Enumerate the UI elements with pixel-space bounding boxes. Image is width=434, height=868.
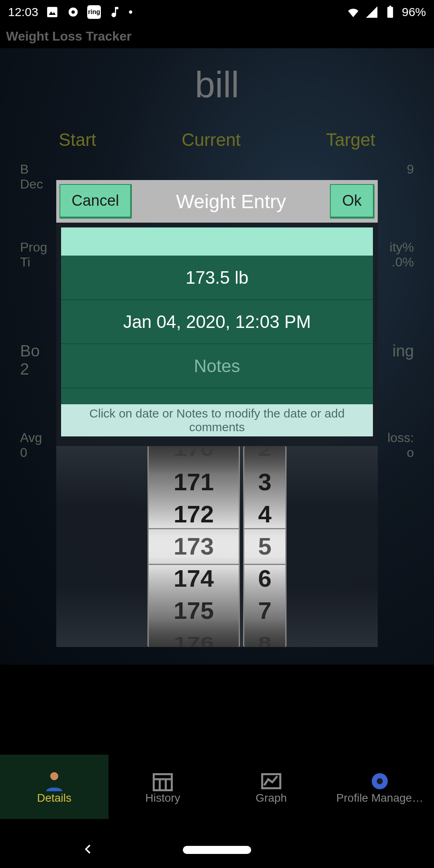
- chart-icon: [259, 769, 283, 789]
- wheel-item: 176: [174, 632, 214, 647]
- wifi-icon: [346, 5, 360, 19]
- datetime-row[interactable]: Jan 04, 2020, 12:03 PM: [61, 300, 373, 344]
- wheel-item-selected: 5: [258, 530, 271, 563]
- nav-back-button[interactable]: [82, 843, 94, 857]
- battery-percent: 96%: [402, 5, 426, 19]
- calendar-icon: [151, 769, 175, 789]
- dialog-header: Cancel Weight Entry Ok: [56, 180, 378, 223]
- status-bar-left: 12:03 ring: [8, 5, 132, 19]
- wheel-item: 170: [174, 446, 214, 461]
- person-icon: [42, 769, 66, 789]
- wheel-item: 8: [258, 632, 271, 647]
- weight-picker-area: 170 171 172 173 174 175 176 2 3 4 5 6 7 …: [56, 446, 378, 647]
- svg-rect-5: [389, 6, 391, 7]
- ok-button[interactable]: Ok: [330, 184, 375, 219]
- notes-row[interactable]: Notes: [61, 344, 373, 388]
- status-bar-right: 96%: [346, 5, 426, 19]
- gear-blue-icon: [368, 769, 392, 789]
- wheel-item: 7: [258, 595, 271, 627]
- wheel-item: 175: [174, 595, 214, 627]
- wheel-item-selected: 173: [174, 530, 214, 563]
- nav-home-pill[interactable]: [183, 846, 251, 854]
- svg-point-13: [377, 778, 383, 784]
- tab-label: Graph: [256, 792, 287, 805]
- wheel-item: 172: [174, 498, 214, 530]
- tab-details[interactable]: Details: [0, 755, 108, 819]
- system-nav-bar: [0, 832, 434, 868]
- svg-rect-0: [47, 7, 57, 17]
- wheel-item: 2: [258, 446, 271, 461]
- svg-rect-7: [154, 774, 172, 790]
- weight-decimal-wheel[interactable]: 2 3 4 5 6 7 8: [243, 446, 287, 647]
- bottom-tab-bar: Details History Graph Profile Manage…: [0, 755, 434, 819]
- dialog-body: 173.5 lb Jan 04, 2020, 12:03 PM Notes Cl…: [56, 223, 378, 441]
- tab-label: Details: [37, 792, 72, 805]
- status-bar: 12:03 ring 96%: [0, 0, 434, 24]
- summary-spacer-top: [61, 227, 373, 256]
- notification-dot-icon: [129, 10, 132, 14]
- wheel-item: 174: [174, 563, 214, 595]
- gear-icon: [66, 5, 80, 19]
- weight-integer-wheel[interactable]: 170 171 172 173 174 175 176: [147, 446, 240, 647]
- tab-history[interactable]: History: [108, 755, 217, 819]
- svg-point-6: [50, 772, 58, 780]
- tab-graph[interactable]: Graph: [217, 755, 326, 819]
- dialog-title: Weight Entry: [136, 190, 326, 213]
- photos-icon: [45, 5, 59, 19]
- svg-point-3: [72, 10, 75, 14]
- tab-profile-manage[interactable]: Profile Manage…: [326, 755, 434, 819]
- wheel-item: 3: [258, 466, 271, 498]
- tab-label: History: [145, 792, 180, 805]
- tab-label: Profile Manage…: [336, 792, 423, 805]
- ring-app-icon: ring: [87, 5, 101, 19]
- cancel-button[interactable]: Cancel: [59, 184, 132, 219]
- svg-rect-4: [387, 7, 393, 18]
- weight-value-row[interactable]: 173.5 lb: [61, 256, 373, 300]
- cell-signal-icon: [365, 5, 379, 19]
- wheel-item: 6: [258, 563, 271, 595]
- summary-spacer-bottom: [61, 388, 373, 404]
- status-time: 12:03: [8, 5, 38, 19]
- wheel-item: 4: [258, 498, 271, 530]
- wheel-item: 171: [174, 466, 214, 498]
- entry-summary-card: 173.5 lb Jan 04, 2020, 12:03 PM Notes: [61, 227, 373, 404]
- weight-entry-dialog: Cancel Weight Entry Ok 173.5 lb Jan 04, …: [56, 180, 378, 647]
- music-note-icon: [108, 5, 122, 19]
- dialog-hint-text: Click on date or Notes to modify the dat…: [61, 404, 373, 436]
- battery-icon: [383, 5, 397, 19]
